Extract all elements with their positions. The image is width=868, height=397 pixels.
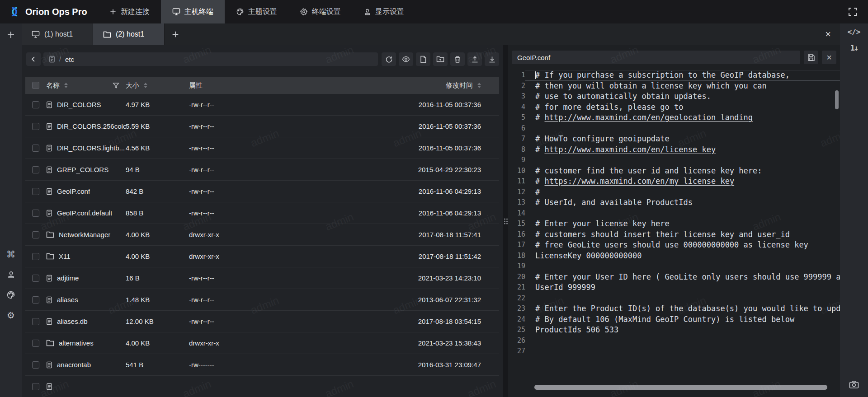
- row-checkbox[interactable]: [32, 166, 39, 173]
- file-permissions: -rw-r--r--: [189, 144, 286, 152]
- line-content: [525, 261, 840, 272]
- filter-icon[interactable]: [113, 82, 119, 89]
- editor-close-icon[interactable]: ×: [822, 51, 836, 64]
- sort-name-icon[interactable]: [64, 83, 68, 88]
- close-panel-icon[interactable]: ×: [825, 29, 831, 39]
- editor-vertical-scrollbar[interactable]: [835, 90, 839, 109]
- palette-icon[interactable]: [4, 288, 18, 302]
- table-row[interactable]: GREP_COLORS94 B-rw-r--r--2015-04-29 22:3…: [25, 159, 499, 181]
- row-checkbox[interactable]: [32, 188, 39, 195]
- row-checkbox[interactable]: [32, 296, 39, 304]
- file-mtime: 2017-08-18 03:54:15: [286, 318, 499, 325]
- row-checkbox[interactable]: [32, 318, 39, 325]
- row-checkbox[interactable]: [32, 123, 39, 130]
- new-folder-icon[interactable]: [433, 52, 448, 66]
- code-line: 24# By default 106 (MaxMind GeoIP Countr…: [508, 314, 840, 325]
- select-all-checkbox[interactable]: [32, 82, 39, 89]
- code-line: 8# http://www.maxmind.com/en/license_key: [508, 145, 840, 155]
- right-sidebar: </> 1↓: [840, 23, 868, 397]
- file-permissions: drwxr-xr-x: [189, 252, 286, 260]
- add-session-icon[interactable]: [165, 23, 186, 45]
- code-view-icon[interactable]: </>: [847, 24, 861, 39]
- editor-horizontal-scrollbar[interactable]: [534, 385, 827, 390]
- code-text: # If you purchase a subscription to the …: [535, 70, 790, 79]
- table-row[interactable]: DIR_COLORS.lightb...4.56 KB-rw-r--r--201…: [25, 137, 499, 159]
- row-checkbox-cell: [25, 101, 46, 108]
- breadcrumb[interactable]: / etc: [43, 52, 378, 66]
- table-row[interactable]: [25, 376, 499, 397]
- table-row[interactable]: aliases.db12.00 KB-rw-r--r--2017-08-18 0…: [25, 311, 499, 332]
- sort-size-icon[interactable]: [144, 83, 147, 88]
- download-icon[interactable]: [485, 52, 499, 66]
- menu-item-host-terminal[interactable]: 主机终端: [161, 0, 225, 23]
- line-content: # If you purchase a subscription to the …: [525, 70, 840, 81]
- refresh-icon[interactable]: [382, 52, 396, 66]
- table-row[interactable]: DIR_COLORS4.97 KB-rw-r--r--2016-11-05 00…: [25, 94, 499, 116]
- gear-icon[interactable]: ⚙: [4, 308, 18, 322]
- row-checkbox-cell: [25, 123, 46, 130]
- menu-item-label: 主机终端: [184, 7, 213, 17]
- code-text: # use to automatically obtain updates.: [535, 92, 711, 101]
- menu-item-terminal-settings[interactable]: 终端设置: [288, 0, 352, 23]
- panel-splitter[interactable]: [503, 45, 508, 397]
- row-checkbox-cell: [25, 145, 46, 152]
- row-name-cell: GeoIP.conf: [46, 187, 126, 195]
- row-name-cell: X11: [46, 252, 126, 260]
- preview-eye-icon[interactable]: [399, 52, 413, 66]
- row-checkbox-cell: [25, 188, 46, 195]
- screenshot-camera-icon[interactable]: [847, 377, 861, 392]
- delete-icon[interactable]: [450, 52, 465, 66]
- row-checkbox[interactable]: [32, 101, 39, 108]
- code-editor[interactable]: 1# If you purchase a subscription to the…: [508, 64, 840, 397]
- row-checkbox[interactable]: [32, 383, 39, 390]
- line-number: 26: [508, 336, 525, 346]
- stamp-icon: [363, 8, 371, 16]
- session-tab-1[interactable]: (1) host1: [22, 23, 93, 45]
- table-row[interactable]: GeoIP.conf.default858 B-rw-r--r--2016-11…: [25, 202, 499, 224]
- command-icon[interactable]: ⌘: [4, 247, 18, 262]
- line-content: [525, 123, 840, 134]
- line-content: [525, 155, 840, 166]
- editor-filename-field[interactable]: GeoIP.conf: [512, 51, 800, 64]
- row-name-cell: DIR_COLORS: [46, 101, 126, 108]
- upload-icon[interactable]: [467, 52, 482, 66]
- file-name: GeoIP.conf: [57, 187, 90, 195]
- file-size: 16 B: [126, 274, 189, 282]
- file-permissions: -rw-r--r--: [189, 318, 286, 325]
- row-checkbox[interactable]: [32, 340, 39, 347]
- menu-item-theme-settings[interactable]: 主题设置: [225, 0, 288, 23]
- line-sort-icon[interactable]: 1↓: [847, 41, 861, 55]
- menu-item-display-settings[interactable]: 显示设置: [352, 0, 415, 23]
- row-checkbox[interactable]: [32, 361, 39, 369]
- line-number: 11: [508, 176, 525, 187]
- fullscreen-icon[interactable]: [846, 5, 859, 18]
- code-line: 20# Enter your User ID here ( GeoLite on…: [508, 272, 840, 283]
- file-icon: [46, 123, 52, 130]
- file-icon: [46, 188, 52, 195]
- row-checkbox[interactable]: [32, 275, 39, 282]
- save-icon[interactable]: [804, 51, 818, 64]
- table-row[interactable]: aliases1.48 KB-rw-r--r--2013-06-07 22:31…: [25, 289, 499, 311]
- back-button[interactable]: [26, 52, 41, 66]
- row-checkbox[interactable]: [32, 210, 39, 217]
- table-row[interactable]: NetworkManager4.00 KBdrwxr-xr-x2017-08-1…: [25, 224, 499, 246]
- table-row[interactable]: X114.00 KBdrwxr-xr-x2017-08-18 11:51:42: [25, 246, 499, 267]
- new-file-icon[interactable]: [416, 52, 430, 66]
- sort-mtime-icon[interactable]: [477, 83, 481, 88]
- table-row[interactable]: anacrontab541 B-rw-------2016-03-31 23:0…: [25, 354, 499, 376]
- line-content: # customer find the user_id and license …: [525, 166, 840, 177]
- table-row[interactable]: adjtime16 B-rw-r--r--2021-03-23 14:23:10: [25, 267, 499, 289]
- table-row[interactable]: GeoIP.conf842 B-rw-r--r--2016-11-06 04:2…: [25, 181, 499, 202]
- code-text: # then you will obtain a license key whi…: [535, 81, 767, 90]
- line-content: # By default 106 (MaxMind GeoIP Country)…: [525, 314, 840, 325]
- table-row[interactable]: alternatives4.00 KBdrwxr-xr-x2021-03-23 …: [25, 332, 499, 354]
- menu-item-new-connection[interactable]: 新建连接: [98, 0, 161, 23]
- code-text: # free GeoLite users should use 00000000…: [535, 240, 808, 249]
- table-row[interactable]: DIR_COLORS.256color5.59 KB-rw-r--r--2016…: [25, 116, 499, 137]
- session-tab-2[interactable]: (2) host1: [93, 23, 165, 45]
- new-tab-icon[interactable]: [4, 28, 18, 42]
- row-checkbox[interactable]: [32, 253, 39, 260]
- row-checkbox[interactable]: [32, 145, 39, 152]
- stamp-icon[interactable]: [4, 267, 18, 282]
- row-checkbox[interactable]: [32, 231, 39, 238]
